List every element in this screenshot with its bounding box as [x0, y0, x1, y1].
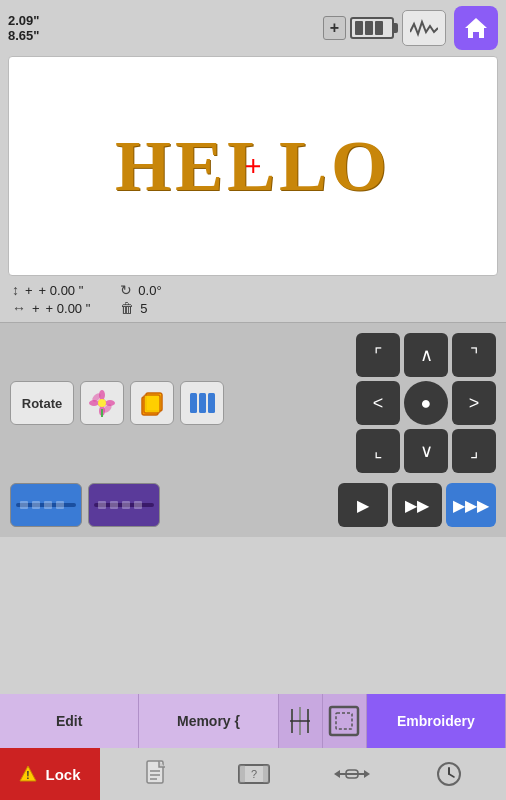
horiz-offset-label: + — [32, 301, 40, 316]
thread-icon — [284, 703, 316, 739]
document-icon-button[interactable] — [137, 756, 177, 792]
film-icon-button[interactable]: ? — [234, 756, 274, 792]
dpad-up-left[interactable]: ⌜ — [356, 333, 400, 377]
battery-segment-3 — [375, 21, 383, 35]
battery-segment-2 — [365, 21, 373, 35]
svg-rect-31 — [336, 713, 352, 729]
home-icon — [463, 15, 489, 41]
svg-rect-40 — [263, 765, 269, 783]
clock-icon — [436, 761, 462, 787]
svg-rect-13 — [190, 393, 197, 413]
rotation-icon: ↻ — [120, 282, 132, 298]
wave-button[interactable] — [402, 10, 446, 46]
embroidery-nav-button[interactable]: Embroidery — [367, 694, 506, 748]
dpad-down-left[interactable]: ⌞ — [356, 429, 400, 473]
thread-icon-button[interactable] — [279, 694, 323, 748]
battery-area: + — [323, 16, 394, 40]
home-button[interactable] — [454, 6, 498, 50]
dpad-down[interactable]: ∨ — [404, 429, 448, 473]
vert-offset-label: + — [25, 283, 33, 298]
info-bar: ↕ + + 0.00 " ↔ + + 0.00 " ↻ 0.0° 🗑 5 — [0, 276, 506, 322]
svg-point-8 — [98, 399, 106, 407]
battery-icon — [350, 17, 394, 39]
flower-icon — [88, 389, 116, 417]
edit-nav-button[interactable]: Edit — [0, 694, 139, 748]
left-buttons: Rotate — [10, 381, 224, 425]
color-bar-purple[interactable] — [88, 483, 160, 527]
play-button[interactable]: ▶ — [338, 483, 388, 527]
svg-rect-23 — [110, 501, 118, 509]
battery-segment-1 — [355, 21, 363, 35]
svg-marker-44 — [364, 770, 370, 778]
rotation-row: ↻ 0.0° — [120, 282, 161, 298]
film-icon: ? — [238, 762, 270, 786]
svg-marker-0 — [465, 18, 487, 38]
columns-button[interactable] — [180, 381, 224, 425]
flower-button[interactable] — [80, 381, 124, 425]
vert-offset-value: + 0.00 " — [39, 283, 84, 298]
document-icon — [145, 760, 169, 788]
top-bar: 2.09" 8.65" + — [0, 0, 506, 56]
bottom-nav: Edit Memory { Embroidery — [0, 694, 506, 748]
bar-blue-icon — [16, 499, 76, 511]
crosshair — [246, 159, 260, 173]
frame-icon — [326, 703, 362, 739]
playback-buttons: ▶ ▶▶ ▶▶▶ — [338, 483, 496, 527]
columns-icon — [188, 389, 216, 417]
controls-row2: ▶ ▶▶ ▶▶▶ — [10, 483, 496, 527]
dimension1: 2.09" — [8, 13, 68, 28]
svg-rect-14 — [199, 393, 206, 413]
warning-icon: ! — [19, 765, 37, 783]
svg-marker-43 — [334, 770, 340, 778]
color-bars — [10, 483, 160, 527]
bar-purple-icon — [94, 499, 154, 511]
dpad-right[interactable]: > — [452, 381, 496, 425]
memory-nav-button[interactable]: Memory { — [139, 694, 278, 748]
clock-icon-button[interactable] — [429, 756, 469, 792]
horiz-offset-value: + 0.00 " — [46, 301, 91, 316]
vert-offset-row: ↕ + + 0.00 " — [12, 282, 90, 298]
fast-forward-button[interactable]: ▶▶ — [392, 483, 442, 527]
horiz-offset-row: ↔ + + 0.00 " — [12, 300, 90, 316]
svg-rect-30 — [330, 707, 358, 735]
dimension2: 8.65" — [8, 28, 68, 43]
svg-rect-22 — [98, 501, 106, 509]
sewing-icon-button[interactable] — [332, 756, 372, 792]
svg-text:!: ! — [27, 770, 30, 781]
dpad: ⌜ ∧ ⌝ < ● > ⌞ ∨ ⌟ — [356, 333, 496, 473]
status-icons: ? — [100, 756, 506, 792]
dpad-up-right[interactable]: ⌝ — [452, 333, 496, 377]
svg-text:?: ? — [251, 768, 257, 780]
svg-line-48 — [449, 774, 454, 777]
color-bar-blue[interactable] — [10, 483, 82, 527]
frame-icon-button[interactable] — [323, 694, 367, 748]
controls-area: Rotate — [0, 322, 506, 537]
rotation-info: ↻ 0.0° 🗑 5 — [120, 282, 161, 316]
lock-button[interactable]: ! Lock — [0, 748, 100, 800]
vert-offset-icon: ↕ — [12, 282, 19, 298]
rotation-value: 0.0° — [138, 283, 161, 298]
dpad-left[interactable]: < — [356, 381, 400, 425]
svg-rect-39 — [239, 765, 245, 783]
sewing-icon — [332, 762, 372, 786]
canvas-area: HELLO — [8, 56, 498, 276]
svg-rect-15 — [208, 393, 215, 413]
layer-row: 🗑 5 — [120, 300, 161, 316]
copy-icon — [138, 389, 166, 417]
dimensions-block: 2.09" 8.65" — [8, 13, 68, 43]
copy-button[interactable] — [130, 381, 174, 425]
status-bar: ! Lock ? — [0, 748, 506, 800]
dpad-center[interactable]: ● — [404, 381, 448, 425]
fast-forward-full-button[interactable]: ▶▶▶ — [446, 483, 496, 527]
rotate-button[interactable]: Rotate — [10, 381, 74, 425]
battery-plus-icon[interactable]: + — [323, 16, 346, 40]
wave-icon — [410, 18, 438, 38]
horiz-offset-icon: ↔ — [12, 300, 26, 316]
svg-rect-20 — [56, 501, 64, 509]
controls-row1: Rotate — [10, 333, 496, 473]
dpad-down-right[interactable]: ⌟ — [452, 429, 496, 473]
dpad-up[interactable]: ∧ — [404, 333, 448, 377]
svg-rect-19 — [44, 501, 52, 509]
svg-rect-17 — [20, 501, 28, 509]
layer-count: 5 — [140, 301, 147, 316]
